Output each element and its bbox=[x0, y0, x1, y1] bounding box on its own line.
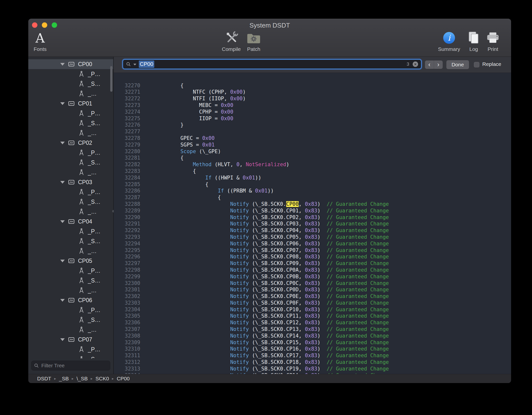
find-nav: ‹ › bbox=[425, 60, 443, 69]
code-token bbox=[156, 274, 230, 280]
code-token: Notify bbox=[230, 359, 249, 365]
log-label: Log bbox=[467, 46, 480, 52]
sidebar-item-cp07[interactable]: CP07 bbox=[28, 335, 113, 344]
sidebar-child-item[interactable]: _P… bbox=[28, 344, 113, 354]
sidebar-child-item[interactable]: _S… bbox=[28, 79, 113, 89]
code-token: ) bbox=[317, 366, 327, 372]
breadcrumb-item[interactable]: CP00 bbox=[117, 376, 130, 382]
sidebar-item-cp06[interactable]: CP06 bbox=[28, 295, 113, 305]
compile-button[interactable]: Compile bbox=[222, 29, 241, 52]
disclosure-triangle-icon[interactable] bbox=[60, 299, 65, 302]
line-content: Notify (\_SB.SCK0.CP11, 0x83) // Guarant… bbox=[156, 313, 389, 319]
sidebar-child-item[interactable]: _P… bbox=[28, 305, 113, 315]
sidebar-child-item[interactable]: _… bbox=[28, 285, 113, 295]
sidebar-item-cp01[interactable]: CP01 bbox=[28, 99, 113, 108]
sidebar-item-cp00[interactable]: CP00 bbox=[28, 59, 113, 69]
code-editor[interactable]: 32270 {32271 NTFC (CPHP, 0x00)32272 NTFI… bbox=[114, 73, 511, 374]
filter-tree-field[interactable] bbox=[41, 362, 109, 369]
code-token: // Guaranteed Change bbox=[327, 208, 389, 214]
sidebar-child-item[interactable]: _… bbox=[28, 89, 113, 99]
disclosure-triangle-icon[interactable] bbox=[60, 142, 65, 144]
sidebar-child-item[interactable]: _S… bbox=[28, 315, 113, 325]
search-input[interactable]: CP00 3 bbox=[123, 59, 422, 69]
breadcrumb-item[interactable]: SCK0 bbox=[95, 376, 109, 382]
sidebar-child-item[interactable]: _P… bbox=[28, 266, 113, 276]
code-token: (\_SB.SCK0.CP06, bbox=[249, 241, 305, 247]
code-token: Notify bbox=[230, 287, 249, 293]
disclosure-triangle-icon[interactable] bbox=[60, 181, 65, 184]
sidebar-child-item[interactable]: _S… bbox=[28, 118, 113, 128]
fonts-button[interactable]: A Fonts bbox=[34, 29, 47, 52]
code-token bbox=[156, 340, 230, 345]
method-compass-icon bbox=[78, 346, 84, 353]
disclosure-triangle-icon[interactable] bbox=[60, 220, 65, 223]
code-token bbox=[156, 254, 230, 260]
sidebar-child-item[interactable]: _S… bbox=[28, 158, 113, 167]
summary-button[interactable]: i Summary bbox=[438, 29, 460, 52]
line-number: 32279 bbox=[114, 142, 140, 148]
code-token: Notify bbox=[230, 254, 249, 260]
print-button[interactable]: Print bbox=[486, 29, 500, 52]
sidebar-child-item[interactable]: _… bbox=[28, 128, 113, 138]
patch-icon bbox=[247, 32, 261, 45]
code-token: (\_SB.SCK0.CP14, bbox=[249, 333, 305, 339]
line-number: 32300 bbox=[114, 280, 140, 287]
code-line: 32293 Notify (\_SB.SCK0.CP05, 0x83) // G… bbox=[114, 234, 511, 240]
sidebar-child-item[interactable]: _… bbox=[28, 246, 113, 256]
line-number: 32312 bbox=[114, 359, 140, 366]
code-line: 32291 Notify (\_SB.SCK0.CP03, 0x83) // G… bbox=[114, 221, 511, 227]
sidebar-child-item[interactable]: _P… bbox=[28, 187, 113, 197]
sidebar-child-item[interactable]: _P… bbox=[28, 226, 113, 236]
done-button[interactable]: Done bbox=[446, 60, 469, 69]
sidebar-item-cp02[interactable]: CP02 bbox=[28, 138, 113, 148]
line-number: 32294 bbox=[114, 240, 140, 247]
line-content: Notify (\_SB.SCK0.CP04, 0x83) // Guarant… bbox=[156, 227, 389, 234]
sidebar-child-item[interactable]: _S… bbox=[28, 276, 113, 285]
filter-tree-input[interactable] bbox=[31, 361, 110, 371]
code-token: // Guaranteed Change bbox=[327, 353, 389, 358]
sidebar-item-cp03[interactable]: CP03 bbox=[28, 177, 113, 187]
code-token: ) bbox=[317, 293, 327, 299]
code-line: 32299 Notify (\_SB.SCK0.CP0B, 0x83) // G… bbox=[114, 273, 511, 280]
log-button[interactable]: Log bbox=[467, 29, 480, 52]
sidebar-child-item[interactable]: _S… bbox=[28, 236, 113, 246]
code-token: Notify bbox=[230, 300, 249, 306]
line-content: Notify (\_SB.SCK0.CP19, 0x83) // Guarant… bbox=[156, 366, 389, 372]
breadcrumb-item[interactable]: \_SB bbox=[77, 376, 88, 382]
patch-button[interactable]: Patch bbox=[247, 29, 261, 52]
code-token: ) bbox=[317, 274, 327, 280]
code-line: 32305 Notify (\_SB.SCK0.CP11, 0x83) // G… bbox=[114, 313, 511, 319]
code-token: ((PRBM & bbox=[224, 188, 255, 194]
breadcrumb-item[interactable]: _SB bbox=[59, 376, 69, 382]
disclosure-triangle-icon[interactable] bbox=[60, 260, 65, 262]
sidebar-scrollbar[interactable] bbox=[110, 66, 112, 92]
sidebar-child-item[interactable]: _… bbox=[28, 207, 113, 217]
find-previous-button[interactable]: ‹ bbox=[425, 60, 434, 69]
code-token: 0x83 bbox=[305, 293, 317, 299]
disclosure-triangle-icon[interactable] bbox=[60, 102, 65, 105]
sidebar-child-item[interactable]: _… bbox=[28, 167, 113, 177]
line-content: Notify (\_SB.SCK0.CP0A, 0x83) // Guarant… bbox=[156, 267, 389, 273]
chevron-down-icon[interactable] bbox=[133, 64, 136, 65]
sidebar-item-cp05[interactable]: CP05 bbox=[28, 256, 113, 266]
disclosure-triangle-icon[interactable] bbox=[60, 338, 65, 341]
clear-search-icon[interactable] bbox=[413, 61, 418, 67]
sidebar-child-item[interactable]: _P… bbox=[28, 69, 113, 79]
method-compass-icon bbox=[78, 110, 84, 117]
sidebar-child-item[interactable]: _S… bbox=[28, 197, 113, 207]
replace-checkbox[interactable] bbox=[474, 62, 479, 67]
code-token: 0x83 bbox=[305, 359, 317, 365]
breadcrumb-item[interactable]: DSDT bbox=[37, 376, 51, 382]
sidebar-item-label: _P… bbox=[88, 71, 100, 77]
sidebar-child-item[interactable]: _… bbox=[28, 325, 113, 335]
code-token: // Guaranteed Change bbox=[327, 221, 389, 227]
sidebar-item-label: _S… bbox=[88, 81, 100, 87]
sidebar-item-cp04[interactable]: CP04 bbox=[28, 217, 113, 226]
find-next-button[interactable]: › bbox=[434, 60, 443, 69]
code-token bbox=[156, 208, 230, 214]
line-content: If ((PRBM & 0x01)) bbox=[156, 188, 274, 194]
disclosure-triangle-icon[interactable] bbox=[60, 63, 65, 66]
sidebar-child-item[interactable]: _P… bbox=[28, 148, 113, 158]
code-token: 0x83 bbox=[305, 333, 317, 339]
sidebar-child-item[interactable]: _P… bbox=[28, 108, 113, 118]
